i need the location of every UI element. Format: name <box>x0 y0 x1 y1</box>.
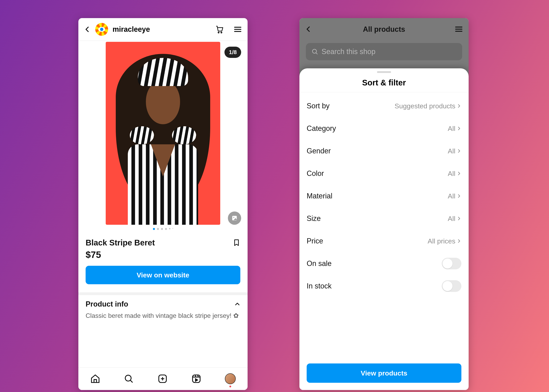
gallery-counter: 1/8 <box>224 47 241 58</box>
chevron-right-icon <box>457 237 461 245</box>
view-on-website-button[interactable]: View on website <box>86 266 240 284</box>
filter-label: Color <box>307 169 324 178</box>
product-info-heading: Product info <box>86 300 234 308</box>
filter-label: In stock <box>307 282 332 290</box>
filter-row-gender[interactable]: GenderAll <box>299 140 469 162</box>
chevron-right-icon <box>457 147 461 155</box>
filter-value: All prices <box>428 237 461 245</box>
sort-filter-sheet: Sort & filter Sort bySuggested products … <box>299 68 469 390</box>
menu-icon[interactable] <box>234 25 242 34</box>
filter-value: All <box>448 192 461 200</box>
sheet-title: Sort & filter <box>299 78 469 87</box>
filter-row-color[interactable]: ColorAll <box>299 162 469 185</box>
filter-sheet-screen: All products Search this shop Sort & fil… <box>299 18 469 390</box>
filter-value: Suggested products <box>395 102 461 110</box>
filter-label: Price <box>307 237 323 245</box>
back-icon[interactable] <box>84 26 91 33</box>
sheet-grabber[interactable] <box>377 71 391 73</box>
filter-value: All <box>448 170 461 177</box>
filter-row-size[interactable]: SizeAll <box>299 207 469 230</box>
filter-label: Size <box>307 214 321 223</box>
product-info-body: Classic beret made with vintage black st… <box>86 311 240 321</box>
profile-avatar[interactable] <box>225 373 236 384</box>
svg-point-1 <box>221 32 222 33</box>
search-icon[interactable] <box>124 374 134 384</box>
product-photo <box>106 42 220 225</box>
svg-rect-12 <box>193 375 200 383</box>
svg-point-0 <box>218 32 219 33</box>
toggle-switch[interactable] <box>442 258 461 269</box>
gallery-dots <box>78 228 248 230</box>
svg-line-8 <box>131 380 133 382</box>
filter-row-price[interactable]: PriceAll prices <box>299 230 469 252</box>
filter-row-category[interactable]: CategoryAll <box>299 117 469 140</box>
view-similar-icon[interactable] <box>228 211 241 225</box>
page-title: All products <box>363 25 405 34</box>
filter-label: Sort by <box>307 102 330 110</box>
menu-icon <box>455 25 463 33</box>
svg-point-19 <box>313 49 317 53</box>
filter-value: All <box>448 147 461 155</box>
filter-label: Category <box>307 124 336 133</box>
chevron-up-icon <box>234 301 240 307</box>
product-detail-screen: miracleeye 1/8 Black Stripe Beret <box>78 18 248 390</box>
back-icon <box>305 26 312 33</box>
filter-label: Material <box>307 192 332 200</box>
search-icon <box>312 48 318 55</box>
filter-label: On sale <box>307 259 332 268</box>
chevron-right-icon <box>457 215 461 223</box>
search-placeholder: Search this shop <box>321 48 375 56</box>
filter-toggle-on-sale: On sale <box>299 252 469 275</box>
toggle-switch[interactable] <box>442 280 461 292</box>
product-price: $75 <box>86 249 240 260</box>
chevron-right-icon <box>457 192 461 200</box>
home-icon[interactable] <box>90 374 100 384</box>
svg-line-20 <box>316 53 318 54</box>
filter-row-sort-by[interactable]: Sort bySuggested products <box>299 95 469 117</box>
filter-toggle-in-stock: In stock <box>299 275 469 297</box>
reels-icon[interactable] <box>191 374 201 384</box>
bookmark-icon[interactable] <box>233 238 240 247</box>
chevron-right-icon <box>457 125 461 133</box>
filter-row-material[interactable]: MaterialAll <box>299 185 469 207</box>
svg-point-6 <box>233 217 234 218</box>
create-icon[interactable] <box>158 374 167 384</box>
filter-value: All <box>448 125 461 133</box>
search-input: Search this shop <box>306 43 462 60</box>
view-products-button[interactable]: View products <box>307 364 461 383</box>
svg-point-7 <box>125 375 131 381</box>
bottom-nav <box>78 367 248 390</box>
chevron-right-icon <box>457 102 461 110</box>
shop-name[interactable]: miracleeye <box>112 25 150 34</box>
product-gallery[interactable]: 1/8 <box>78 41 248 233</box>
filter-label: Gender <box>307 147 331 155</box>
cart-icon[interactable] <box>215 25 224 34</box>
filter-value: All <box>448 215 461 223</box>
product-info-section[interactable]: Product info Classic beret made with vin… <box>78 295 248 322</box>
shop-avatar[interactable] <box>95 23 108 36</box>
product-title: Black Stripe Beret <box>86 238 233 247</box>
chevron-right-icon <box>457 170 461 177</box>
header: miracleeye <box>78 18 248 41</box>
